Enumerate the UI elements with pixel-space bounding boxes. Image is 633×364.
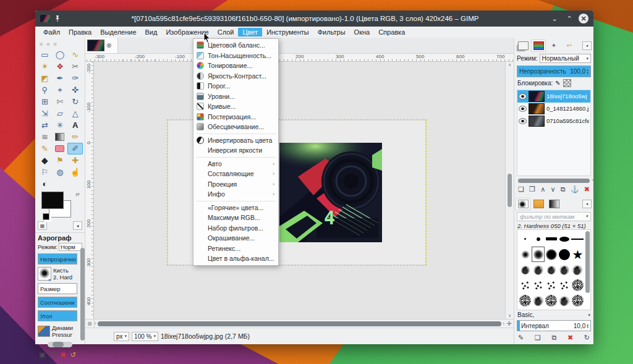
restore-tool-preset-button[interactable]: ❐	[50, 351, 56, 359]
brush-item[interactable]	[545, 247, 558, 262]
tool-airbrush[interactable]: ✐	[67, 143, 83, 154]
menu-tools[interactable]: Инструменты	[262, 28, 313, 36]
brush-item[interactable]	[545, 231, 558, 247]
lock-pixels-icon[interactable]: ✎	[555, 80, 560, 87]
layer-row[interactable]: 18ixej718oo5wj	[517, 90, 590, 103]
angle-slider[interactable]: Угол	[38, 310, 77, 321]
brush-item[interactable]	[519, 293, 532, 308]
brush-item[interactable]	[519, 247, 532, 262]
tool-flip[interactable]: ⇄	[37, 119, 53, 131]
tool-eraser[interactable]	[53, 143, 68, 154]
tool-clone[interactable]: ⚑	[53, 154, 68, 166]
layer-row[interactable]: 0710a595c81cfe	[517, 115, 590, 127]
layer-mode-select[interactable]: Нормальный▾	[540, 54, 591, 63]
tool-ellipse-select[interactable]: ◯	[53, 49, 68, 61]
tab-layers[interactable]	[532, 40, 545, 51]
delete-layer-button[interactable]: ✖	[584, 185, 590, 193]
opacity-slider[interactable]: Непрозрачно	[38, 253, 77, 265]
menu-item-auto[interactable]: Авто›	[193, 159, 278, 169]
aspect-ratio-slider[interactable]: Соотношени	[38, 297, 77, 308]
titlebar[interactable]: *[0710a595c81cfe9e5c59393106f161b0-650-8…	[35, 11, 593, 27]
brush-item[interactable]	[519, 308, 532, 310]
brush-item[interactable]	[571, 277, 584, 293]
duplicate-layer-button[interactable]: ⧉	[561, 185, 566, 193]
brush-item[interactable]	[558, 231, 571, 247]
tool-smudge[interactable]: ☝	[67, 166, 83, 178]
menu-colors[interactable]: Цвет	[238, 28, 262, 36]
tool-text[interactable]: A	[67, 119, 83, 131]
anchor-layer-button[interactable]: ⚓	[571, 185, 579, 193]
brush-item[interactable]	[532, 262, 545, 277]
menu-item-threshold[interactable]: Порог...	[193, 81, 278, 91]
swap-colors-icon[interactable]: ⇄	[75, 192, 80, 197]
tool-select-by-color[interactable]: ❖	[53, 61, 68, 72]
tool-fuzzy-select[interactable]: ✶	[37, 61, 53, 72]
brush-item[interactable]	[545, 262, 558, 277]
tool-pencil[interactable]: ✏	[67, 131, 83, 143]
edit-brush-button[interactable]: ✎	[518, 334, 524, 342]
brush-item[interactable]	[545, 277, 558, 293]
brush-grid-scrollbar[interactable]	[585, 231, 590, 293]
refresh-brushes-button[interactable]: ↻	[584, 334, 590, 342]
brush-item[interactable]	[558, 247, 571, 262]
unit-select[interactable]: px▾	[114, 332, 129, 341]
image-tab-close-icon[interactable]: ⊗	[106, 42, 111, 49]
tab-paths[interactable]: ✴	[547, 40, 561, 51]
tool-heal[interactable]: ✚	[67, 154, 83, 166]
brush-item[interactable]	[571, 262, 584, 277]
horizontal-scroll-thumb[interactable]	[98, 321, 502, 326]
brush-item[interactable]	[532, 293, 545, 308]
lock-alpha-icon[interactable]	[563, 79, 571, 87]
tab-brushes[interactable]	[516, 198, 530, 210]
tool-rectangle-select[interactable]: ▭	[37, 49, 53, 61]
tool-handle-transform[interactable]: ✳	[53, 119, 68, 131]
tool-rotate[interactable]: ↻	[67, 96, 83, 108]
brush-item[interactable]: ★	[571, 247, 584, 262]
brush-thumbnail[interactable]	[38, 267, 51, 281]
canvas-viewport[interactable]: 4	[94, 62, 505, 319]
brush-item[interactable]	[532, 277, 545, 293]
menu-item-info[interactable]: Инфо›	[193, 189, 278, 200]
vertical-scroll-thumb[interactable]	[508, 174, 512, 207]
layer-row[interactable]: 0_1481214860.jp	[517, 103, 590, 115]
menu-item-desaturate[interactable]: Обесцвечивание...	[193, 122, 278, 132]
default-colors-icon[interactable]	[43, 213, 49, 220]
brush-item[interactable]	[571, 231, 584, 247]
lower-layer-button[interactable]: ∨	[550, 185, 555, 193]
brush-group-label[interactable]: Basic,	[517, 311, 534, 318]
brush-item[interactable]	[519, 231, 532, 247]
scroll-up-icon[interactable]: ∧	[508, 62, 511, 67]
pin-icon[interactable]	[54, 15, 61, 22]
menu-layer[interactable]: Слой	[213, 28, 239, 36]
vertical-scrollbar[interactable]: ∧ ∨	[505, 62, 514, 319]
menu-item-components[interactable]: Составляющие›	[193, 169, 278, 179]
delete-brush-button[interactable]: ✖	[567, 334, 573, 342]
new-group-button[interactable]: ❒	[529, 185, 535, 193]
tool-measure[interactable]: ⌖	[53, 84, 68, 96]
brush-item[interactable]	[558, 293, 571, 308]
brush-item[interactable]	[519, 277, 532, 293]
save-tool-preset-button[interactable]: ▣	[39, 351, 45, 359]
menu-item-map[interactable]: Проекция›	[193, 179, 278, 190]
dynamics-value[interactable]: Pressur	[52, 331, 73, 338]
visibility-eye-icon[interactable]	[519, 93, 527, 99]
raise-layer-button[interactable]: ∧	[540, 185, 545, 193]
tool-gradient[interactable]	[53, 131, 68, 143]
duplicate-brush-button[interactable]: ⧉	[551, 334, 556, 342]
maximize-button[interactable]: ⌃	[564, 13, 575, 24]
brush-item-selected[interactable]	[532, 247, 545, 262]
brush-item[interactable]	[545, 293, 558, 308]
minimize-button[interactable]: ⌄	[549, 13, 560, 24]
menu-view[interactable]: Вид	[141, 28, 162, 36]
foreground-color-swatch[interactable]	[41, 192, 64, 209]
horizontal-ruler[interactable]: -300 -200 -100 0 100 200 300 400 500 600…	[85, 54, 514, 62]
menu-item-curves[interactable]: Кривые...	[193, 101, 278, 112]
brush-item[interactable]	[532, 231, 545, 247]
tool-paths[interactable]: ✒	[53, 72, 68, 84]
brush-item[interactable]	[558, 277, 571, 293]
tool-perspective-clone[interactable]: ⚐	[37, 166, 53, 178]
scroll-left-icon[interactable]: ‹	[95, 321, 96, 326]
tool-ink[interactable]: ◆	[37, 154, 53, 166]
tool-options-mini-slider[interactable]	[48, 342, 72, 347]
tool-blur-sharpen[interactable]: ◍	[53, 166, 68, 178]
